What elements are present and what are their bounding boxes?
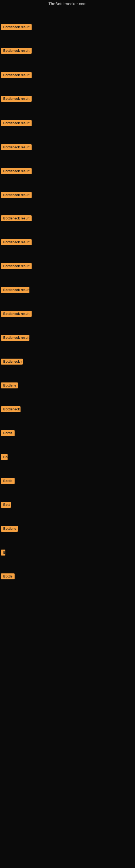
bottleneck-badge[interactable]: Bottleneck result <box>1 192 32 198</box>
bottleneck-badge[interactable]: Bottlene <box>1 382 18 389</box>
bottleneck-badge[interactable]: Bottleneck result <box>1 48 32 54</box>
result-row: Bottle <box>1 430 14 437</box>
bottleneck-badge[interactable]: Bottleneck r <box>1 359 23 365</box>
result-row: Bottleneck result <box>1 72 32 79</box>
bottleneck-badge[interactable]: Bottleneck result <box>1 120 32 126</box>
bottleneck-badge[interactable]: B <box>1 550 5 556</box>
result-row: Bottle <box>1 478 14 485</box>
result-row: Bottleneck <box>1 406 20 413</box>
result-row: Bottlene <box>1 526 18 533</box>
result-row: Bo <box>1 454 8 461</box>
result-row: Bottleneck result <box>1 168 32 175</box>
bottleneck-badge[interactable]: Bottleneck result <box>1 263 32 269</box>
bottleneck-badge[interactable]: Bottleneck result <box>1 24 32 30</box>
bottleneck-badge[interactable]: Bottleneck result <box>1 96 32 102</box>
bottleneck-badge[interactable]: Bottleneck result <box>1 239 32 245</box>
result-row: B <box>1 550 5 557</box>
bottleneck-badge[interactable]: Bottleneck result <box>1 311 32 317</box>
site-title-text: TheBottlenecker.com <box>0 0 135 9</box>
result-row: Bottleneck result <box>1 287 30 294</box>
result-row: Bottleneck result <box>1 24 32 31</box>
bottleneck-badge[interactable]: Bottleneck result <box>1 335 30 341</box>
result-row: Bott <box>1 502 11 509</box>
result-row: Bottleneck result <box>1 96 32 103</box>
result-row: Bottleneck r <box>1 359 23 366</box>
result-row: Bottleneck result <box>1 215 32 222</box>
bottleneck-badge[interactable]: Bottleneck result <box>1 168 32 174</box>
result-row: Bottleneck result <box>1 335 30 342</box>
result-row: Bottleneck result <box>1 192 32 199</box>
result-row: Bottleneck result <box>1 48 32 55</box>
bottleneck-badge[interactable]: Bottle <box>1 574 14 579</box>
result-row: Bottlene <box>1 382 18 390</box>
result-row: Bottleneck result <box>1 144 32 151</box>
bottleneck-badge[interactable]: Bottlene <box>1 526 18 532</box>
result-row: Bottle <box>1 574 14 581</box>
bottleneck-badge[interactable]: Bottle <box>1 430 14 436</box>
result-row: Bottleneck result <box>1 263 32 270</box>
bottleneck-badge[interactable]: Bottleneck result <box>1 144 32 150</box>
result-row: Bottleneck result <box>1 311 32 318</box>
bottleneck-badge[interactable]: Bottleneck result <box>1 287 30 293</box>
result-row: Bottleneck result <box>1 120 32 127</box>
result-row: Bottleneck result <box>1 239 32 246</box>
bottleneck-badge[interactable]: Bottle <box>1 478 14 484</box>
bottleneck-badge[interactable]: Bott <box>1 502 11 508</box>
bottleneck-badge[interactable]: Bottleneck result <box>1 72 32 78</box>
bottleneck-badge[interactable]: Bottleneck result <box>1 215 32 221</box>
bottleneck-badge[interactable]: Bo <box>1 454 8 460</box>
bottleneck-badge[interactable]: Bottleneck <box>1 406 20 412</box>
